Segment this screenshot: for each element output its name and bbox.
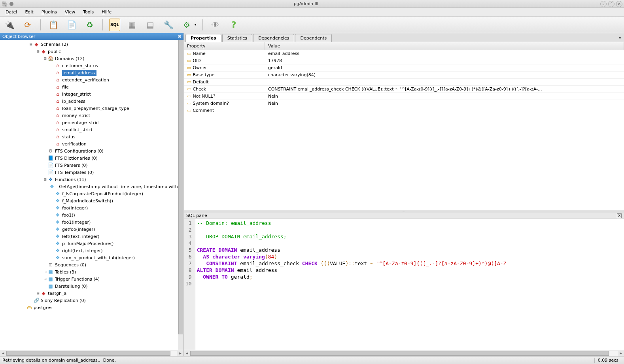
- create-icon[interactable]: 📄: [65, 19, 78, 31]
- sql-code[interactable]: -- Domain: email_address -- DROP DOMAIN …: [195, 219, 508, 350]
- expander-icon[interactable]: ⊞: [43, 270, 47, 274]
- view-data-icon[interactable]: ▦: [126, 19, 138, 31]
- tree-item[interactable]: 🔗Slony Replication (0): [0, 297, 183, 304]
- tab-dependents[interactable]: Dependents: [295, 34, 332, 42]
- tree-item[interactable]: 🗃postgres: [0, 304, 183, 311]
- tree-item[interactable]: ⌂integer_strict: [0, 91, 183, 98]
- tree-item[interactable]: ⌂file: [0, 83, 183, 91]
- tree-item[interactable]: ⌂customer_status: [0, 62, 183, 69]
- menu-tools[interactable]: Tools: [80, 9, 97, 15]
- help-icon[interactable]: ?: [227, 19, 240, 31]
- expander-icon[interactable]: ⊟: [43, 177, 47, 181]
- tree-label: loan_prepayment_charge_type: [62, 106, 129, 111]
- expander-icon[interactable]: ⊞: [43, 277, 47, 281]
- titlebar: 🐘 pgAdmin III ⌄ ⌃ ✕: [0, 0, 624, 8]
- tree-item[interactable]: ❖f_IsCorporateDepositProduct(integer): [0, 190, 183, 197]
- tree-label: left(text, integer): [62, 234, 99, 239]
- tree-item[interactable]: ⊟◆public: [0, 48, 183, 55]
- scroll-right-icon[interactable]: ▸: [618, 351, 624, 356]
- tree-item[interactable]: 📄FTS Parsers (0): [0, 162, 183, 169]
- expander-icon[interactable]: ⊟: [28, 42, 33, 46]
- properties-icon[interactable]: 📋: [47, 19, 60, 31]
- tree-item[interactable]: ❖foo1(): [0, 211, 183, 219]
- tree-item[interactable]: ⊞Sequences (0): [0, 261, 183, 268]
- tab-properties[interactable]: Properties: [185, 34, 221, 42]
- menu-hilfe[interactable]: Hilfe: [98, 9, 115, 15]
- status-message: Retrieving details on domain email_addre…: [2, 358, 594, 363]
- sql-pane: SQL pane ✕ 12345678910 -- Domain: email_…: [184, 213, 624, 356]
- minimize-button[interactable]: ⌄: [600, 1, 607, 7]
- tree-item[interactable]: ⌂loan_prepayment_charge_type: [0, 105, 183, 112]
- tree-item[interactable]: ❖right(text, integer): [0, 247, 183, 254]
- sql-icon[interactable]: SQL: [109, 19, 120, 31]
- tree-item[interactable]: ⊞▦Tables (3): [0, 268, 183, 275]
- tree-item[interactable]: ⊟🏠Domains (12): [0, 55, 183, 62]
- tree-item[interactable]: ⌂percentage_strict: [0, 119, 183, 126]
- dropdown-icon[interactable]: ▾: [195, 23, 196, 26]
- scroll-left-icon[interactable]: ◂: [184, 351, 190, 356]
- connect-icon[interactable]: 🔌: [3, 19, 16, 31]
- horizontal-scrollbar[interactable]: ◂ ▸: [0, 350, 183, 356]
- tree-item[interactable]: ❖sum_n_product_with_tab(integer): [0, 254, 183, 261]
- tab-statistics[interactable]: Statistics: [222, 34, 252, 42]
- tree-item[interactable]: ❖foo1(integer): [0, 219, 183, 226]
- property-key: OID: [193, 58, 200, 63]
- tree-item[interactable]: ⌂money_strict: [0, 112, 183, 119]
- tree-label: email_address: [62, 70, 96, 76]
- property-value: CONSTRAINT email_address_check CHECK (((…: [265, 86, 624, 92]
- hint-icon[interactable]: 👁: [209, 19, 222, 31]
- tree-item[interactable]: ⌂smallint_strict: [0, 126, 183, 133]
- tree-item[interactable]: 📘FTS Dictionaries (0): [0, 155, 183, 162]
- menu-edit[interactable]: Edit: [22, 9, 36, 15]
- expander-icon[interactable]: ⊟: [43, 57, 47, 60]
- close-button[interactable]: ✕: [616, 1, 622, 7]
- maximize-button[interactable]: ⌃: [608, 1, 615, 7]
- close-icon[interactable]: ⊠: [178, 34, 181, 39]
- scroll-left-icon[interactable]: ◂: [0, 351, 6, 356]
- tree-item[interactable]: ❖foo(integer): [0, 204, 183, 211]
- expander-icon[interactable]: ⊟: [36, 49, 40, 53]
- execute-icon[interactable]: ⚙: [180, 19, 193, 31]
- sql-horizontal-scrollbar[interactable]: ◂ ▸: [184, 350, 624, 356]
- tree-item[interactable]: ▦Darstellung (0): [0, 283, 183, 290]
- tree-item[interactable]: ⊞◆testgh_a: [0, 290, 183, 297]
- maintenance-icon[interactable]: 🔧: [162, 19, 175, 31]
- tree-item[interactable]: ⚙FTS Configurations (0): [0, 147, 183, 155]
- tree-item[interactable]: ❖getfoo(integer): [0, 226, 183, 233]
- property-key: System domain?: [193, 101, 229, 106]
- property-key: Not NULL?: [193, 94, 215, 99]
- tree-item[interactable]: ❖f_GetAge(timestamp without time zone, t…: [0, 183, 183, 190]
- filter-icon[interactable]: ▤: [144, 19, 157, 31]
- menu-datei[interactable]: Datei: [2, 9, 20, 15]
- property-row: ▭OID17978: [184, 57, 624, 64]
- tree-item[interactable]: ⌂extended_verification: [0, 76, 183, 83]
- tree-item[interactable]: ❖left(text, integer): [0, 233, 183, 240]
- drop-icon[interactable]: ♻: [83, 19, 96, 31]
- tree-item[interactable]: ⊟◆Schemas (2): [0, 41, 183, 48]
- funcitem-icon: ❖: [55, 226, 61, 232]
- vertical-scrollbar[interactable]: [178, 40, 183, 350]
- scroll-right-icon[interactable]: ▸: [177, 351, 183, 356]
- tabs-dropdown-icon[interactable]: ▾: [619, 36, 621, 40]
- menu-view[interactable]: View: [62, 9, 78, 15]
- tree-item[interactable]: ⌂ip_address: [0, 98, 183, 105]
- tree-item[interactable]: ❖p_TurnMajorProcedure(): [0, 240, 183, 247]
- tree-item[interactable]: ⌂status: [0, 133, 183, 140]
- tree-item[interactable]: ⌂verification: [0, 140, 183, 147]
- menu-plugins[interactable]: Plugins: [38, 9, 60, 15]
- property-icon: ▭: [187, 79, 191, 85]
- tree-item[interactable]: ⌂email_address: [0, 69, 183, 76]
- expander-icon[interactable]: ⊞: [36, 291, 40, 295]
- tree-item[interactable]: ⊞▦Trigger Functions (4): [0, 275, 183, 283]
- funcitem-icon: ❖: [55, 212, 61, 218]
- tab-dependencies[interactable]: Dependencies: [253, 34, 294, 42]
- sql-body[interactable]: 12345678910 -- Domain: email_address -- …: [184, 219, 624, 350]
- tree-item[interactable]: ❖f_MajorIndicateSwitch(): [0, 197, 183, 204]
- property-icon: ▭: [187, 72, 191, 77]
- status-time: 0,09 secs: [594, 358, 622, 363]
- tree-item[interactable]: ⊟❖Functions (11): [0, 176, 183, 183]
- tree-item[interactable]: 📄FTS Templates (0): [0, 169, 183, 176]
- close-icon[interactable]: ✕: [617, 213, 622, 218]
- refresh-icon[interactable]: ⟳: [21, 19, 34, 31]
- tree-scroll[interactable]: ⊟◆Schemas (2)⊟◆public⊟🏠Domains (12)⌂cust…: [0, 40, 183, 350]
